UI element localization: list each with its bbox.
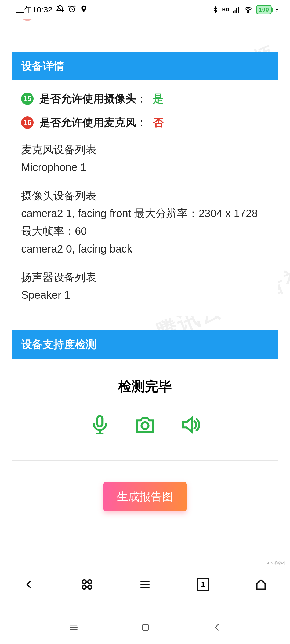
svg-point-10 bbox=[82, 580, 86, 584]
svg-point-7 bbox=[248, 12, 249, 13]
camera-item-1: camera2 1, facing front 最大分辨率：2304 x 172… bbox=[21, 204, 269, 240]
dnd-icon bbox=[56, 5, 64, 15]
menu-button[interactable] bbox=[137, 576, 153, 592]
back-button[interactable] bbox=[21, 576, 37, 592]
signal-icon bbox=[232, 6, 240, 14]
permission-camera-value: 是 bbox=[153, 91, 164, 106]
permission-mic-value: 否 bbox=[153, 115, 164, 130]
device-support-card: 设备支持度检测 检测完毕 bbox=[12, 330, 278, 461]
device-details-card: 设备详情 15 是否允许使用摄像头： 是 16 是否允许使用麦克风： 否 麦克风… bbox=[12, 52, 278, 316]
mic-item: Microphone 1 bbox=[21, 158, 269, 176]
speaker-list-title: 扬声器设备列表 bbox=[21, 268, 269, 286]
shortcuts-button[interactable] bbox=[79, 576, 95, 592]
home-nav-button[interactable] bbox=[140, 622, 151, 634]
speaker-section: 扬声器设备列表 Speaker 1 bbox=[21, 268, 269, 304]
svg-point-13 bbox=[88, 585, 92, 589]
permission-camera-row: 15 是否允许使用摄像头： 是 bbox=[21, 91, 269, 106]
camera-item-2: camera2 0, facing back bbox=[21, 240, 269, 258]
credit-text: CSDN @韩zj bbox=[263, 561, 285, 566]
step-badge-14 bbox=[21, 19, 34, 21]
detection-result: 检测完毕 bbox=[20, 378, 270, 396]
svg-point-2 bbox=[83, 7, 85, 9]
permission-camera-label: 是否允许使用摄像头： bbox=[39, 91, 147, 106]
camera-list-title: 摄像头设备列表 bbox=[21, 187, 269, 204]
card-header: 设备支持度检测 bbox=[12, 330, 278, 359]
tabs-button[interactable]: 1 bbox=[195, 576, 211, 592]
alarm-icon bbox=[68, 5, 76, 15]
mic-section: 麦克风设备列表 Microphone 1 bbox=[21, 141, 269, 176]
svg-rect-20 bbox=[142, 624, 148, 630]
svg-point-9 bbox=[142, 422, 148, 429]
browser-toolbar: 1 bbox=[0, 567, 290, 602]
camera-icon bbox=[135, 414, 155, 436]
hd-label: HD bbox=[222, 7, 229, 13]
camera-section: 摄像头设备列表 camera2 1, facing front 最大分辨率：23… bbox=[21, 187, 269, 258]
speaker-icon bbox=[180, 414, 201, 436]
battery-indicator: 100 bbox=[256, 5, 272, 14]
card-header: 设备详情 bbox=[12, 52, 278, 80]
recents-button[interactable] bbox=[68, 622, 79, 634]
speaker-item: Speaker 1 bbox=[21, 286, 269, 304]
svg-rect-6 bbox=[238, 7, 239, 13]
permission-mic-label: 是否允许使用麦克风： bbox=[39, 115, 147, 130]
home-button[interactable] bbox=[253, 576, 269, 592]
permission-mic-row: 16 是否允许使用麦克风： 否 bbox=[21, 115, 269, 130]
svg-rect-8 bbox=[97, 416, 103, 427]
generate-report-button[interactable]: 生成报告图 bbox=[103, 482, 187, 511]
back-nav-button[interactable] bbox=[212, 623, 222, 633]
mic-list-title: 麦克风设备列表 bbox=[21, 141, 269, 158]
status-time: 上午10:32 bbox=[16, 4, 52, 15]
svg-rect-4 bbox=[235, 10, 236, 13]
mic-icon bbox=[89, 414, 110, 436]
bluetooth-icon bbox=[212, 6, 219, 14]
step-badge-16: 16 bbox=[21, 116, 34, 129]
system-nav-bar bbox=[0, 612, 290, 644]
svg-point-12 bbox=[82, 585, 86, 589]
wifi-icon bbox=[244, 6, 253, 14]
svg-rect-3 bbox=[233, 11, 234, 13]
svg-rect-5 bbox=[236, 8, 237, 13]
charging-icon bbox=[275, 6, 279, 14]
status-bar: 上午10:32 HD 100 bbox=[0, 0, 290, 19]
previous-card-partial bbox=[12, 19, 278, 38]
svg-point-11 bbox=[88, 580, 92, 584]
location-icon bbox=[80, 5, 88, 15]
step-badge-15: 15 bbox=[21, 93, 34, 105]
